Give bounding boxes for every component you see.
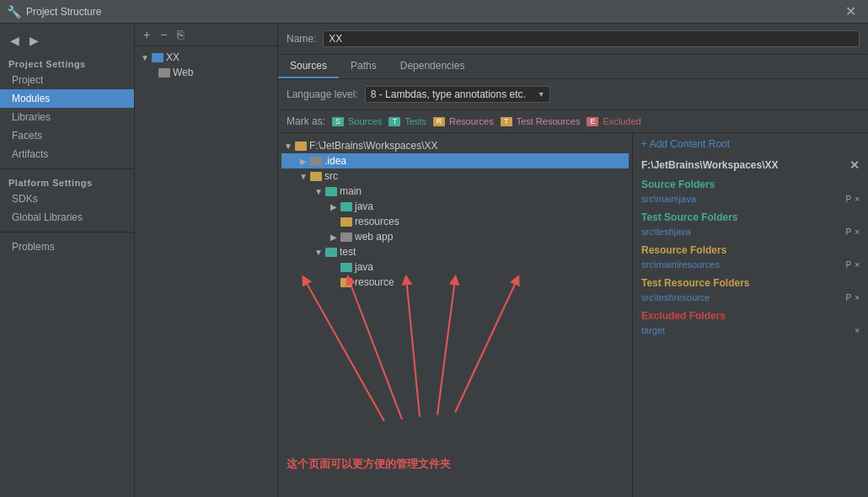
tree-item-idea[interactable]: ▶ .idea [281, 153, 629, 168]
source-panel-close-button[interactable]: ✕ [849, 158, 860, 172]
tab-sources[interactable]: Sources [278, 55, 339, 78]
test-java-folder-icon [340, 263, 352, 272]
idea-arrow: ▶ [298, 157, 308, 166]
nav-arrows: ◀ ▶ [0, 29, 134, 56]
root-arrow: ▼ [283, 142, 293, 151]
source-entry-edit-test-java[interactable]: P [845, 227, 851, 237]
svg-line-3 [406, 280, 420, 417]
tree-item-test-resource[interactable]: ▶ resource [281, 275, 629, 290]
sidebar: ◀ ▶ Project Settings Project Modules Lib… [0, 24, 135, 497]
sidebar-item-global-libraries[interactable]: Global Libraries [0, 208, 134, 227]
copy-module-button[interactable]: ⎘ [174, 27, 187, 42]
source-entry-remove-main-java[interactable]: × [855, 195, 860, 204]
source-entry-actions-test-resource: P × [845, 293, 860, 302]
tree-expand-arrow: ▼ [140, 53, 150, 62]
source-entry-edit-main-resources[interactable]: P [845, 260, 851, 270]
svg-line-4 [437, 280, 455, 415]
tree-item-java[interactable]: ▶ java [281, 199, 629, 214]
mark-as-excluded-button[interactable]: EExcluded [587, 116, 640, 126]
source-entry-remove-test-resource[interactable]: × [855, 293, 860, 302]
sidebar-item-facets[interactable]: Facets [0, 126, 134, 145]
source-entry-test-java: src\test\java P × [641, 226, 860, 238]
annotation-text: 这个页面可以更方便的管理文件夹 [287, 457, 451, 472]
module-item-web[interactable]: Web [138, 65, 274, 80]
mark-as-row: Mark as: SSources TTests RResources TTes… [278, 110, 868, 133]
sidebar-divider-2 [0, 232, 134, 232]
source-panel-header: + Add Content Root [633, 133, 868, 155]
source-folders-section: Source Folders src\main\java P × [633, 175, 868, 208]
source-entry-test-resource: src\test\resource P × [641, 291, 860, 303]
test-resources-folder-icon: T [501, 117, 512, 126]
source-entry-path-main-java: src\main\java [641, 194, 845, 204]
tree-item-resources[interactable]: ▶ resources [281, 214, 629, 229]
source-entry-main-resources: src\main\resources P × [641, 259, 860, 270]
mark-as-test-resources-button[interactable]: TTest Resources [501, 116, 581, 126]
tab-paths[interactable]: Paths [339, 55, 388, 78]
sidebar-item-sdks[interactable]: SDKs [0, 190, 134, 208]
sidebar-item-artifacts[interactable]: Artifacts [0, 145, 134, 163]
source-entry-remove-main-resources[interactable]: × [855, 260, 860, 270]
mark-as-sources-button[interactable]: SSources [332, 116, 382, 126]
mark-as-label: Mark as: [287, 115, 325, 127]
root-path-label: F:\JetBrains\Workspaces\XX [309, 140, 438, 152]
name-label: Name: [287, 33, 316, 45]
lang-row: Language level: 3 - Generics, annotation… [278, 79, 868, 110]
resources-label: resources [355, 216, 399, 227]
source-entry-edit-main-java[interactable]: P [845, 195, 851, 204]
source-entry-main-java: src\main\java P × [641, 193, 860, 205]
source-entry-remove-target[interactable]: × [855, 326, 860, 335]
test-source-folders-title: Test Source Folders [641, 211, 860, 223]
web-folder-icon [158, 68, 170, 77]
nav-forward-button[interactable]: ▶ [26, 32, 42, 49]
sources-folder-icon: S [332, 117, 344, 126]
root-folder-icon [295, 142, 307, 151]
sidebar-item-project[interactable]: Project [0, 71, 134, 89]
tab-dependencies[interactable]: Dependencies [388, 55, 477, 78]
split-content: ▼ F:\JetBrains\Workspaces\XX ▶ .idea [278, 133, 868, 497]
tests-folder-icon: T [388, 117, 400, 126]
java-label: java [355, 200, 373, 212]
title-icon: 🔧 [7, 5, 21, 19]
module-label-web: Web [173, 67, 193, 78]
idea-label: .idea [324, 155, 346, 167]
mark-as-tests-button[interactable]: TTests [388, 116, 426, 126]
close-button[interactable]: ✕ [840, 3, 861, 20]
excluded-folder-icon: E [587, 117, 598, 126]
main-arrow: ▼ [313, 187, 324, 196]
tree-item-webapp[interactable]: ▶ web app [281, 229, 629, 244]
tree-item-main[interactable]: ▼ main [281, 184, 629, 199]
name-input[interactable] [323, 30, 860, 47]
sidebar-item-problems[interactable]: Problems [0, 238, 134, 256]
module-label-xx: XX [166, 51, 179, 63]
add-content-root-button[interactable]: + Add Content Root [641, 138, 730, 150]
svg-line-2 [349, 280, 402, 420]
source-entry-remove-test-java[interactable]: × [855, 227, 860, 237]
remove-module-button[interactable]: − [157, 27, 170, 42]
lang-select-wrapper: 3 - Generics, annotations etc. 5 - Enums… [365, 86, 550, 103]
test-label: test [340, 246, 356, 258]
excluded-folders-section: Excluded Folders target × [633, 307, 868, 339]
module-item-xx[interactable]: ▼ XX [138, 50, 274, 65]
right-panel: Name: Sources Paths Dependencies Languag… [278, 24, 868, 497]
file-tree: ▼ F:\JetBrains\Workspaces\XX ▶ .idea [278, 133, 632, 497]
test-resource-folders-title: Test Resource Folders [641, 277, 860, 289]
sidebar-item-libraries[interactable]: Libraries [0, 108, 134, 126]
add-module-button[interactable]: + [140, 27, 153, 42]
sidebar-divider [0, 168, 134, 169]
mark-as-resources-button[interactable]: RResources [433, 116, 494, 126]
source-entry-edit-test-resource[interactable]: P [845, 293, 851, 302]
tree-item-test[interactable]: ▼ test [281, 244, 629, 259]
lang-select[interactable]: 3 - Generics, annotations etc. 5 - Enums… [365, 86, 550, 103]
resource-folders-title: Resource Folders [641, 244, 860, 256]
nav-back-button[interactable]: ◀ [7, 32, 23, 49]
test-java-label: java [355, 261, 373, 273]
main-folder-icon [325, 187, 337, 196]
resources-folder-icon: R [433, 117, 445, 126]
tree-item-root[interactable]: ▼ F:\JetBrains\Workspaces\XX [281, 138, 629, 153]
test-source-folders-section: Test Source Folders src\test\java P × [633, 208, 868, 241]
tree-item-test-java[interactable]: ▶ java [281, 259, 629, 275]
java-folder-icon [340, 202, 352, 211]
sidebar-item-modules[interactable]: Modules [0, 89, 134, 108]
lang-label: Language level: [287, 88, 358, 100]
tree-item-src[interactable]: ▼ src [281, 168, 629, 184]
